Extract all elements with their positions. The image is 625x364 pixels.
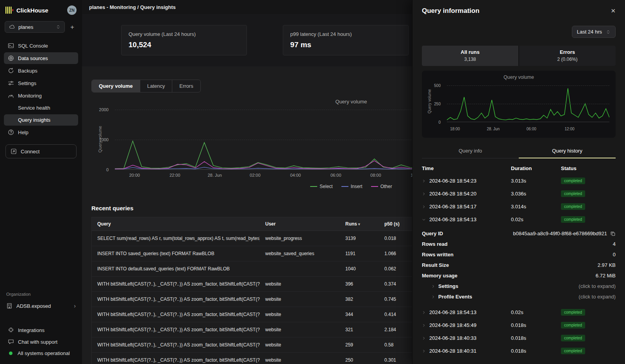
cell-query: INSERT INTO saved_queries (text) FORMAT …	[92, 246, 260, 261]
legend-item-select[interactable]: Select	[310, 184, 332, 189]
expand-hint: (click to expand)	[579, 283, 616, 289]
y-tick-label: 1000	[99, 137, 109, 142]
sidebar-item-query-insights[interactable]: Query insights	[4, 114, 78, 126]
history-column-time: Time	[422, 165, 511, 171]
cell-query: WITH bitShiftLeft(CAST(?..), _CAST(?..))…	[92, 292, 260, 307]
panel-title: Query information	[422, 7, 479, 15]
x-tick-label: 22:00	[170, 173, 180, 178]
chevron-right-icon[interactable]	[422, 336, 426, 340]
cell-query: WITH bitShiftLeft(CAST(?..), _CAST(?..))…	[92, 277, 260, 291]
chevron-right-icon[interactable]	[422, 323, 426, 327]
sidebar-item-sql-console[interactable]: SQL Console	[4, 40, 78, 51]
status-badge: completed	[561, 203, 585, 210]
y-axis-ticks: 5002500	[426, 85, 444, 122]
legend-item-insert[interactable]: Insert	[341, 184, 362, 189]
close-icon[interactable]: ✕	[611, 7, 616, 14]
detail-label: Rows written	[422, 252, 454, 257]
panel-header: Query information ✕	[422, 7, 616, 15]
expandable-label: Profile Events	[431, 294, 472, 300]
history-timestamp: 2024-06-28 18:54:13	[429, 309, 477, 315]
panel-tab-query-info[interactable]: Query info	[422, 144, 519, 158]
chevron-down-icon[interactable]	[422, 218, 426, 222]
copy-icon[interactable]	[610, 231, 616, 236]
chevron-right-icon[interactable]	[422, 179, 426, 183]
cell-user: website	[260, 353, 340, 364]
sidebar-item-monitoring[interactable]: Monitoring	[4, 90, 78, 101]
time-range-selector[interactable]: Last 24 hrs	[572, 26, 616, 38]
sidebar-footer: IntegrationsChat with supportAll systems…	[3, 325, 79, 359]
history-status: completed	[561, 190, 616, 197]
sidebar-item-service-health[interactable]: Service health	[4, 102, 78, 114]
history-row[interactable]: 2024-06-28 18:54:233.013scompleted	[422, 174, 616, 187]
cell-user: website	[260, 322, 340, 337]
chevron-right-icon[interactable]	[422, 205, 426, 209]
history-row[interactable]: 2024-06-28 18:40:330.018scompleted	[422, 332, 616, 344]
sidebar-item-data-sources[interactable]: Data sources	[4, 52, 78, 64]
sidebar-footer-integrations[interactable]: Integrations	[5, 325, 77, 336]
history-duration: 3.014s	[511, 204, 561, 210]
cell-query: WITH bitShiftLeft(CAST(?..), _CAST(?..))…	[92, 307, 260, 322]
chevron-right-icon[interactable]	[422, 349, 426, 353]
organization-label: Organization	[6, 292, 76, 297]
history-row[interactable]: 2024-06-28 18:45:490.018scompleted	[422, 319, 616, 332]
history-duration: 3.013s	[511, 178, 561, 184]
sidebar-item-settings[interactable]: Settings	[4, 77, 78, 89]
panel-tab-query-history[interactable]: Query history	[519, 144, 616, 158]
expandable-settings[interactable]: Settings(click to expand)	[422, 281, 616, 291]
status-badge: completed	[561, 190, 585, 197]
cell-runs: 259	[340, 337, 379, 352]
column-header-query[interactable]: Query	[92, 217, 260, 231]
history-row[interactable]: 2024-06-28 18:54:173.014scompleted	[422, 200, 616, 213]
expandable-label: Settings	[431, 283, 458, 289]
stat-tab-errors[interactable]: Errors2 (0.06%)	[519, 46, 616, 66]
expandable-profile-events[interactable]: Profile Events(click to expand)	[422, 291, 616, 302]
history-duration: 0.018s	[511, 322, 561, 328]
sidebar-item-label: Data sources	[18, 55, 48, 61]
detail-memory-usage: Memory usage6.72 MiB	[422, 270, 616, 281]
detail-value-text: 2.97 KB	[598, 262, 616, 268]
history-row[interactable]: 2024-06-28 18:40:310.018scompleted	[422, 344, 616, 357]
cell-runs: 1191	[340, 246, 379, 261]
history-duration: 0.02s	[511, 309, 561, 315]
legend-item-other[interactable]: Other	[371, 184, 392, 189]
service-selector[interactable]: planes	[5, 21, 65, 33]
stat-tab-all-runs[interactable]: All runs3,138	[422, 46, 518, 66]
sidebar-item-backups[interactable]: Backups	[4, 65, 78, 76]
sidebar-footer-chat-with-support[interactable]: Chat with support	[5, 336, 77, 347]
detail-value: 6.72 MiB	[596, 273, 616, 279]
tab-errors[interactable]: Errors	[172, 80, 200, 92]
column-header-user[interactable]: User	[260, 217, 340, 231]
sidebar-item-help[interactable]: Help	[4, 126, 78, 138]
history-row[interactable]: 2024-06-28 18:54:130.02scompleted	[422, 213, 616, 226]
updown-caret-icon	[606, 30, 611, 34]
connect-icon	[11, 148, 17, 154]
history-time: 2024-06-28 18:54:20	[422, 191, 511, 197]
status-badge: completed	[561, 335, 585, 341]
sort-desc-icon: ▾	[357, 222, 360, 226]
sidebar-item-label: Monitoring	[18, 93, 42, 99]
history-timestamp: 2024-06-28 18:54:23	[429, 178, 477, 184]
history-row[interactable]: 2024-06-28 18:54:130.02scompleted	[422, 306, 616, 319]
add-service-button[interactable]: +	[67, 22, 77, 32]
detail-value: 4	[613, 241, 616, 247]
organization-item[interactable]: ADSB.exposed ›	[6, 300, 76, 311]
expandable-title: Profile Events	[438, 294, 472, 300]
status-badge: completed	[561, 348, 585, 354]
tab-latency[interactable]: Latency	[140, 80, 173, 92]
history-time: 2024-06-28 18:40:31	[422, 348, 511, 354]
detail-value: 0	[613, 252, 616, 257]
sidebar-footer-all-systems-operational[interactable]: All systems operational	[5, 348, 77, 359]
chevron-right-icon[interactable]	[422, 311, 426, 314]
history-row[interactable]: 2024-06-28 18:54:203.036scompleted	[422, 187, 616, 200]
stat-card-value: 97 ms	[290, 41, 401, 49]
tab-query-volume[interactable]: Query volume	[92, 80, 140, 92]
connect-button[interactable]: Connect	[5, 144, 77, 158]
expand-hint: (click to expand)	[579, 294, 616, 300]
column-header-runs[interactable]: Runs ▾	[340, 217, 379, 231]
avatar[interactable]: ZN	[67, 5, 77, 15]
chevron-right-icon[interactable]	[422, 192, 426, 196]
cell-user: website_saved_queries	[260, 246, 340, 261]
y-tick-label: 0	[438, 120, 441, 124]
history-timestamp: 2024-06-28 18:54:20	[429, 191, 477, 197]
status-dot-icon	[9, 352, 12, 355]
